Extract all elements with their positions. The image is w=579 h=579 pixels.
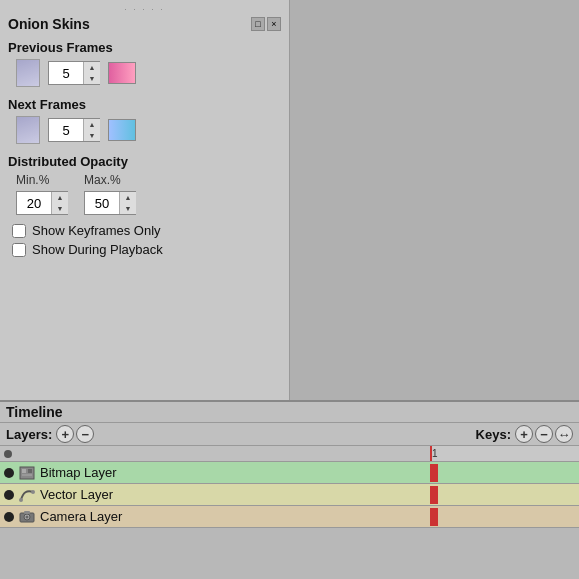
show-keyframes-row: Show Keyframes Only	[8, 223, 281, 238]
max-label: Max.%	[84, 173, 136, 187]
list-item[interactable]: Camera Layer	[0, 506, 430, 528]
next-frames-label: Next Frames	[8, 97, 281, 112]
next-frames-input[interactable]	[49, 123, 83, 138]
keys-column: 1	[430, 446, 579, 528]
layer-name: Camera Layer	[40, 509, 122, 524]
vector-icon	[18, 487, 36, 503]
canvas-area	[290, 0, 579, 400]
timeline-section: Timeline Layers: + − Keys: + − ↔	[0, 400, 579, 579]
keys-label: Keys:	[476, 427, 511, 442]
drag-handle: · · · · ·	[8, 4, 281, 14]
remove-key-button[interactable]: −	[535, 425, 553, 443]
min-input[interactable]	[17, 196, 51, 211]
layers-label: Layers:	[6, 427, 52, 442]
svg-rect-2	[28, 469, 32, 473]
prev-frames-down[interactable]: ▼	[84, 73, 100, 84]
max-spinbox[interactable]: ▲ ▼	[84, 191, 136, 215]
camera-icon	[18, 509, 36, 525]
layer-name: Vector Layer	[40, 487, 113, 502]
min-spinbox[interactable]: ▲ ▼	[16, 191, 68, 215]
svg-point-5	[31, 490, 35, 494]
ruler-number: 1	[432, 448, 438, 459]
panel-title: Onion Skins	[8, 16, 90, 32]
layer-dot	[4, 490, 14, 500]
layer-dot	[4, 512, 14, 522]
timeline-body: Bitmap Layer Vector Layer	[0, 446, 579, 528]
key-row	[430, 462, 579, 484]
timeline-title: Timeline	[6, 404, 63, 420]
min-label: Min.%	[16, 173, 68, 187]
key-buttons: + − ↔	[515, 425, 573, 443]
next-frames-row: ▲ ▼	[8, 116, 281, 144]
layer-name: Bitmap Layer	[40, 465, 117, 480]
spinbox-arrows-prev: ▲ ▼	[83, 62, 100, 84]
bitmap-icon	[18, 465, 36, 481]
panel-controls: □ ×	[251, 17, 281, 31]
show-keyframes-label: Show Keyframes Only	[32, 223, 161, 238]
layer-row[interactable]	[0, 446, 430, 462]
keys-toolbar: Keys: + − ↔	[476, 425, 573, 443]
max-arrows: ▲ ▼	[119, 192, 136, 214]
key-row	[430, 484, 579, 506]
list-item[interactable]: Vector Layer	[0, 484, 430, 506]
prev-frame-icon	[16, 59, 40, 87]
minmax-row: Min.% ▲ ▼ Max.% ▲	[8, 173, 281, 215]
timeline-header: Timeline	[0, 402, 579, 423]
svg-rect-1	[22, 469, 26, 473]
layer-dot	[4, 468, 14, 478]
prev-color-swatch[interactable]	[108, 62, 136, 84]
key-marker	[430, 464, 438, 482]
previous-frames-label: Previous Frames	[8, 40, 281, 55]
spinbox-arrows-next: ▲ ▼	[83, 119, 100, 141]
min-arrows: ▲ ▼	[51, 192, 68, 214]
prev-frames-up[interactable]: ▲	[84, 62, 100, 73]
max-input[interactable]	[85, 196, 119, 211]
key-marker	[430, 486, 438, 504]
min-up[interactable]: ▲	[52, 192, 68, 203]
show-keyframes-checkbox[interactable]	[12, 224, 26, 238]
next-frames-spinbox[interactable]: ▲ ▼	[48, 118, 100, 142]
svg-rect-3	[22, 474, 32, 476]
remove-layer-button[interactable]: −	[76, 425, 94, 443]
svg-point-4	[19, 498, 23, 502]
layers-list: Bitmap Layer Vector Layer	[0, 446, 430, 528]
add-key-button[interactable]: +	[515, 425, 533, 443]
next-frame-icon	[16, 116, 40, 144]
timeline-ruler: 1	[430, 446, 579, 462]
svg-point-8	[26, 515, 29, 518]
min-group: Min.% ▲ ▼	[16, 173, 68, 215]
key-row	[430, 506, 579, 528]
layers-toolbar: Layers: + −	[6, 425, 94, 443]
layer-dot	[4, 450, 12, 458]
previous-frames-spinbox[interactable]: ▲ ▼	[48, 61, 100, 85]
min-down[interactable]: ▼	[52, 203, 68, 214]
previous-frames-row: ▲ ▼	[8, 59, 281, 87]
max-down[interactable]: ▼	[120, 203, 136, 214]
add-layer-button[interactable]: +	[56, 425, 74, 443]
max-up[interactable]: ▲	[120, 192, 136, 203]
previous-frames-input[interactable]	[49, 66, 83, 81]
next-frames-down[interactable]: ▼	[84, 130, 100, 141]
onion-skins-panel: · · · · · Onion Skins □ × Previous Frame…	[0, 0, 290, 400]
list-item[interactable]: Bitmap Layer	[0, 462, 430, 484]
show-during-playback-checkbox[interactable]	[12, 243, 26, 257]
distributed-opacity-label: Distributed Opacity	[8, 154, 281, 169]
panel-title-bar: Onion Skins □ ×	[8, 16, 281, 34]
layer-buttons: + −	[56, 425, 94, 443]
svg-rect-9	[24, 511, 30, 514]
next-frames-up[interactable]: ▲	[84, 119, 100, 130]
close-button[interactable]: ×	[267, 17, 281, 31]
move-key-button[interactable]: ↔	[555, 425, 573, 443]
keys-area: 1	[430, 446, 579, 528]
timeline-toolbar: Layers: + − Keys: + − ↔	[0, 423, 579, 446]
key-marker	[430, 508, 438, 526]
next-color-swatch[interactable]	[108, 119, 136, 141]
distributed-opacity-section: Distributed Opacity Min.% ▲ ▼ Max.%	[8, 154, 281, 215]
show-during-playback-label: Show During Playback	[32, 242, 163, 257]
show-during-playback-row: Show During Playback	[8, 242, 281, 257]
minimize-button[interactable]: □	[251, 17, 265, 31]
max-group: Max.% ▲ ▼	[84, 173, 136, 215]
